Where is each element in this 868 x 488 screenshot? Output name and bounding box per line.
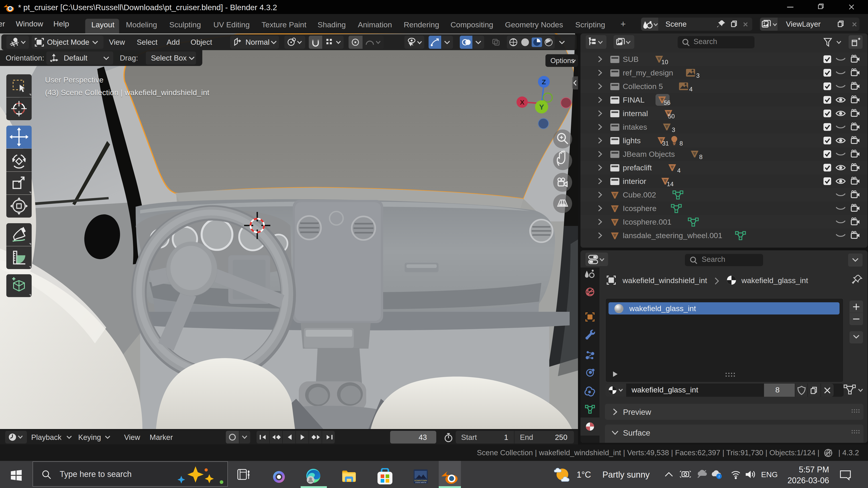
svg-text:14: 14: [667, 181, 674, 188]
svg-text:intakes: intakes: [623, 123, 647, 131]
svg-text:Cube.002: Cube.002: [623, 191, 656, 199]
svg-text:Z: Z: [542, 78, 546, 86]
svg-text:4: 4: [689, 86, 692, 93]
svg-text:50: 50: [668, 113, 675, 120]
svg-text:56: 56: [664, 99, 671, 106]
svg-text:ENG: ENG: [761, 470, 778, 479]
svg-text:31: 31: [662, 140, 669, 147]
svg-text:JBeam Objects: JBeam Objects: [623, 150, 675, 158]
svg-text:3: 3: [672, 127, 675, 133]
svg-text:X: X: [520, 98, 524, 106]
svg-text:FINAL: FINAL: [623, 96, 645, 104]
svg-text:8: 8: [699, 154, 703, 160]
svg-text:Collection 5: Collection 5: [623, 82, 663, 91]
svg-text:Y: Y: [539, 103, 544, 111]
svg-text:internal: internal: [623, 109, 648, 118]
svg-text:lights: lights: [623, 136, 641, 145]
svg-text:ref_my_design: ref_my_design: [623, 68, 673, 77]
svg-text:Icosphere: Icosphere: [623, 204, 656, 213]
svg-text:i: i: [719, 474, 720, 479]
svg-text:lansdale_steering_wheel.001: lansdale_steering_wheel.001: [623, 231, 722, 240]
svg-text:prefaclift: prefaclift: [623, 163, 652, 172]
svg-text:interior: interior: [623, 177, 646, 186]
svg-text:4: 4: [677, 167, 681, 174]
svg-text:Icosphere.001: Icosphere.001: [623, 218, 672, 226]
svg-text:8: 8: [680, 140, 683, 147]
svg-text:1930S MAFIA: 1930S MAFIA: [415, 482, 426, 484]
svg-text:3: 3: [696, 72, 700, 79]
svg-text:10: 10: [661, 59, 668, 66]
svg-text:SUB: SUB: [623, 55, 639, 64]
